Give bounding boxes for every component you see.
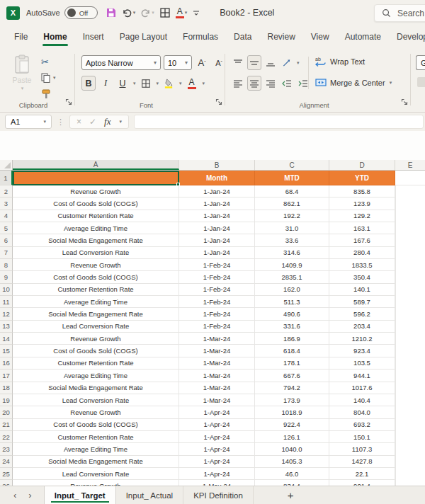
cell-ytd[interactable]: 1107.3 [329, 443, 395, 455]
cell-mtd[interactable]: 126.1 [255, 431, 329, 443]
cell-empty[interactable] [395, 210, 396, 222]
column-header[interactable]: E [395, 160, 425, 170]
cell-kpi[interactable]: Lead Conversion Rate [13, 468, 179, 480]
row-number[interactable]: 1 [0, 171, 13, 185]
cell-mtd[interactable]: 162.0 [255, 284, 329, 296]
ribbon-tab[interactable]: Data [226, 27, 259, 49]
cell-empty[interactable] [395, 271, 396, 283]
row-number[interactable]: 11 [0, 296, 13, 308]
undo-icon[interactable]: ▾ [120, 5, 137, 21]
cell-ytd[interactable]: 123.9 [329, 197, 395, 210]
cell-kpi[interactable]: Cost of Goods Sold (COGS) [13, 345, 179, 357]
ribbon-tab[interactable]: Developer [389, 27, 425, 49]
cell-ytd[interactable]: 280.4 [329, 247, 395, 259]
cell-month[interactable]: 1-Feb-24 [179, 308, 255, 320]
name-box-dropdown-icon[interactable]: ▾ [43, 119, 46, 125]
cell-ytd[interactable]: 103.5 [329, 357, 395, 370]
cell-empty[interactable] [395, 296, 396, 308]
cell-month[interactable]: 1-Feb-24 [179, 321, 255, 333]
font-name-select[interactable]: Aptos Narrow ▾ [81, 55, 161, 70]
cell-empty[interactable] [395, 357, 396, 370]
row-number[interactable]: 3 [0, 197, 13, 210]
cell-mtd[interactable]: 186.9 [255, 333, 329, 345]
row-number[interactable]: 16 [0, 357, 13, 370]
row-number[interactable]: 22 [0, 431, 13, 443]
ribbon-tab[interactable]: Insert [75, 27, 112, 49]
cell-ytd[interactable]: 167.6 [329, 234, 395, 246]
ribbon-tab[interactable]: Page Layout [112, 27, 175, 49]
ribbon-tab[interactable]: Review [259, 27, 302, 49]
clipboard-dialog-launcher-icon[interactable] [65, 96, 72, 108]
underline-dropdown-icon[interactable]: ▾ [133, 81, 136, 86]
cell-month[interactable]: 1-Jan-24 [179, 210, 255, 222]
autosave-toggle[interactable]: Off [64, 6, 98, 19]
cell-ytd[interactable]: 944.1 [329, 370, 395, 382]
bottom-align-button[interactable] [264, 55, 278, 70]
cell-month[interactable]: 1-Apr-24 [179, 419, 255, 431]
top-align-button[interactable] [231, 55, 245, 70]
cell-mtd[interactable]: 33.6 [255, 234, 329, 246]
search-box[interactable]: Search [374, 4, 425, 22]
row-number[interactable]: 13 [0, 321, 13, 333]
cell-kpi[interactable]: Cost of Goods Sold (COGS) [13, 197, 179, 210]
cell-kpi[interactable]: Social Media Engagement Rate [13, 456, 179, 468]
cell-mtd[interactable]: 178.1 [255, 357, 329, 370]
cell-mtd[interactable]: 862.1 [255, 197, 329, 210]
cell-empty[interactable] [395, 308, 396, 320]
borders-dropdown-icon[interactable]: ▾ [157, 81, 159, 86]
cell-empty[interactable] [395, 247, 396, 259]
cell-empty[interactable] [395, 222, 396, 234]
cell-mtd[interactable]: 794.2 [255, 382, 329, 394]
cell-empty[interactable] [395, 468, 396, 480]
cell-kpi[interactable]: Customer Retention Rate [13, 210, 179, 222]
cell-mtd[interactable]: 490.6 [255, 308, 329, 320]
ribbon-tab[interactable]: Home [35, 27, 74, 49]
cell-mtd[interactable]: 618.4 [255, 345, 329, 357]
cell-month[interactable]: 1-Jan-24 [179, 247, 255, 259]
fx-dropdown-icon[interactable]: ▾ [119, 119, 122, 125]
number-format-select[interactable]: G [416, 55, 425, 70]
undo-dropdown-icon[interactable]: ▾ [133, 10, 136, 16]
cell-month[interactable]: 1-Jan-24 [179, 197, 255, 210]
paste-dropdown-icon[interactable]: ▾ [21, 86, 24, 91]
cell-ytd[interactable]: 804.0 [329, 406, 395, 418]
cell-month[interactable]: 1-Jan-24 [179, 234, 255, 246]
cell-ytd[interactable]: 835.8 [329, 185, 395, 197]
cell-empty[interactable] [395, 284, 396, 296]
cell-empty[interactable] [395, 382, 396, 394]
cell-kpi[interactable]: Social Media Engagement Rate [13, 234, 179, 246]
customize-quick-access-toolbar-icon[interactable] [191, 5, 202, 21]
column-header[interactable]: A [13, 160, 179, 170]
row-number[interactable]: 12 [0, 308, 13, 320]
header-cell-month[interactable]: Month [179, 171, 255, 185]
format-painter-button[interactable] [41, 88, 56, 100]
row-number[interactable]: 10 [0, 284, 13, 296]
ribbon-font-color-button[interactable]: A [185, 76, 199, 91]
cell-mtd[interactable]: 1018.9 [255, 406, 329, 418]
fill-color-button[interactable] [162, 76, 176, 91]
cell-kpi[interactable]: Average Editing Time [13, 222, 179, 234]
cell-empty[interactable] [395, 431, 396, 443]
cell-month[interactable]: 1-Apr-24 [179, 431, 255, 443]
cell-month[interactable]: 1-Feb-24 [179, 284, 255, 296]
cell-ytd[interactable]: 1427.8 [329, 456, 395, 468]
cell-kpi[interactable]: Lead Conversion Rate [13, 321, 179, 333]
cell-mtd[interactable]: 2835.1 [255, 271, 329, 283]
cell-month[interactable]: 1-Apr-24 [179, 443, 255, 455]
ribbon-tab[interactable]: Automate [337, 27, 389, 49]
cell-kpi[interactable]: Cost of Goods Sold (COGS) [13, 271, 179, 283]
cell-ytd[interactable]: 140.4 [329, 394, 395, 406]
ribbon-tab[interactable]: Formulas [175, 27, 226, 49]
ribbon-font-color-dropdown-icon[interactable]: ▾ [203, 81, 205, 86]
cell-ytd[interactable]: 1210.2 [329, 333, 395, 345]
next-sheet-icon[interactable]: › [28, 490, 31, 500]
cell-empty[interactable] [395, 197, 396, 210]
enter-icon[interactable]: ✓ [89, 117, 96, 127]
autosave-control[interactable]: AutoSave Off [26, 6, 98, 19]
cut-button[interactable]: ✂ [41, 56, 56, 67]
cell-month[interactable]: 1-Feb-24 [179, 271, 255, 283]
cell-kpi[interactable]: Average Editing Time [13, 370, 179, 382]
merge-center-button[interactable]: Merge & Center ▾ [315, 78, 392, 87]
cell-mtd[interactable]: 511.3 [255, 296, 329, 308]
cell-mtd[interactable]: 1040.0 [255, 443, 329, 455]
